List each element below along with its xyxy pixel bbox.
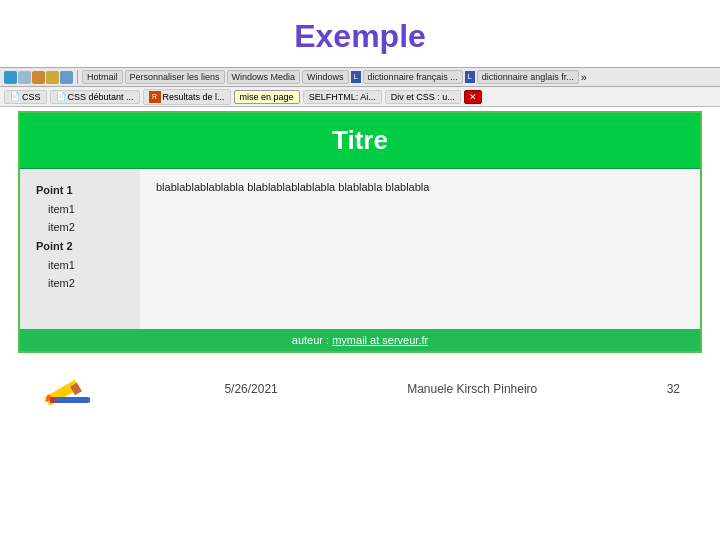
toolbar-personnaliser[interactable]: Personnaliser les liens: [125, 70, 225, 84]
bookmark-css[interactable]: 📄 CSS: [4, 90, 47, 104]
browser-toolbar: Hotmail Personnaliser les liens Windows …: [0, 67, 720, 87]
close-button[interactable]: ✕: [464, 90, 482, 104]
bookmark-css-debutant[interactable]: 📄 CSS débutant ...: [50, 90, 140, 104]
separator: [77, 70, 78, 84]
footer-text: auteur :: [292, 334, 332, 346]
bookmark-label: CSS: [22, 92, 41, 102]
nav-point1: Point 1: [36, 181, 124, 200]
content-nav: Point 1 item1 item2 Point 2 item1 item2: [20, 169, 140, 329]
nav-item1-2: item2: [36, 218, 124, 237]
nav-refresh-icon[interactable]: [32, 71, 45, 84]
page-title: Exemple: [0, 0, 720, 67]
footer-link[interactable]: mymail at serveur.fr: [332, 334, 428, 346]
nav-back-icon[interactable]: [4, 71, 17, 84]
presentation-author: Manuele Kirsch Pinheiro: [407, 382, 537, 396]
nav-point2: Point 2: [36, 237, 124, 256]
content-text: blablablablablabla blablablablablabla bl…: [140, 169, 700, 329]
content-footer: auteur : mymail at serveur.fr: [20, 329, 700, 351]
nav-forward-icon[interactable]: [18, 71, 31, 84]
bookmark-icon: 📄: [10, 92, 20, 101]
bookmark-label-6: Div et CSS : u...: [391, 92, 455, 102]
presentation-date: 5/26/2021: [224, 382, 277, 396]
bookmark-label-3: Resultats de l...: [163, 92, 225, 102]
bookmark-special-icon: R: [149, 91, 161, 103]
toolbar-hotmail[interactable]: Hotmail: [82, 70, 123, 84]
toolbar-dict-fr[interactable]: dictionnaire français ...: [363, 70, 463, 84]
content-body: Point 1 item1 item2 Point 2 item1 item2 …: [20, 169, 700, 329]
bookmark-label-2: CSS débutant ...: [68, 92, 134, 102]
livemark-icon: L: [351, 71, 361, 83]
content-header: Titre: [20, 113, 700, 169]
toolbar-dict-en[interactable]: dictionnaire anglais fr...: [477, 70, 579, 84]
bookmark-mise-en-page[interactable]: mise en page: [234, 90, 300, 104]
toolbar-more[interactable]: »: [581, 71, 587, 83]
nav-stop-icon[interactable]: [46, 71, 59, 84]
body-text: blablablablablabla blablablablablabla bl…: [156, 181, 429, 193]
bookmark-div-css[interactable]: Div et CSS : u...: [385, 90, 461, 104]
nav-item2-1: item1: [36, 256, 124, 275]
toolbar-windows-media[interactable]: Windows Media: [227, 70, 301, 84]
bookmark-selfhtml[interactable]: SELFHTML: Ai...: [303, 90, 382, 104]
livemark-icon-2: L: [465, 71, 475, 83]
browser-content: Titre Point 1 item1 item2 Point 2 item1 …: [18, 111, 702, 353]
toolbar-windows[interactable]: Windows: [302, 70, 349, 84]
bookmark-icon-2: 📄: [56, 92, 66, 101]
nav-item2-2: item2: [36, 274, 124, 293]
bookmark-resultats[interactable]: R Resultats de l...: [143, 89, 231, 105]
bookmark-label-4: mise en page: [240, 92, 294, 102]
presentation-footer: 5/26/2021 Manuele Kirsch Pinheiro 32: [0, 359, 720, 419]
bookmarks-bar: 📄 CSS 📄 CSS débutant ... R Resultats de …: [0, 87, 720, 107]
presentation-page: 32: [667, 382, 680, 396]
pencil-icon: [40, 369, 95, 409]
content-title: Titre: [32, 125, 688, 156]
svg-rect-4: [50, 397, 56, 403]
nav-item1-1: item1: [36, 200, 124, 219]
nav-home-icon[interactable]: [60, 71, 73, 84]
bookmark-label-5: SELFHTML: Ai...: [309, 92, 376, 102]
